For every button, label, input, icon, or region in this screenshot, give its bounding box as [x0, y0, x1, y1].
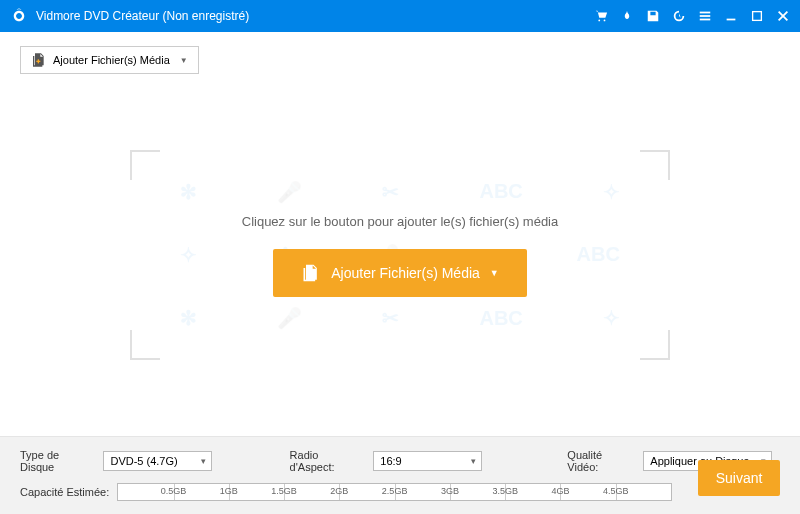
footer-capacity-row: Capacité Estimée: 0.5GB1GB1.5GB2GB2.5GB3…: [20, 483, 780, 501]
file-add-icon: [301, 263, 321, 283]
svg-rect-4: [700, 19, 711, 21]
disc-type-select[interactable]: DVD-5 (4.7G): [103, 451, 212, 471]
next-button[interactable]: Suivant: [698, 460, 780, 496]
capacity-tick-label: 2.5GB: [382, 486, 408, 496]
dropzone[interactable]: ✻🎤✂ABC✧ ✧✻🎤✂ABC ✻🎤✂ABC✧ Cliquez sur le b…: [130, 150, 670, 360]
svg-point-1: [604, 20, 606, 22]
main-area: ✻🎤✂ABC✧ ✧✻🎤✂ABC ✻🎤✂ABC✧ Cliquez sur le b…: [0, 80, 800, 430]
close-icon[interactable]: [776, 9, 790, 23]
svg-point-0: [598, 20, 600, 22]
maximize-icon[interactable]: [750, 9, 764, 23]
capacity-label: Capacité Estimée:: [20, 486, 109, 498]
svg-rect-3: [700, 15, 711, 17]
add-files-button[interactable]: Ajouter Fichier(s) Média ▼: [20, 46, 199, 74]
aspect-label: Radio d'Aspect:: [290, 449, 366, 473]
corner-decoration: [640, 150, 670, 180]
capacity-tick-label: 1GB: [220, 486, 238, 496]
app-title: Vidmore DVD Créateur (Non enregistré): [36, 9, 594, 23]
capacity-tick-label: 3GB: [441, 486, 459, 496]
app-logo-icon: [10, 7, 28, 25]
cart-icon[interactable]: [594, 9, 608, 23]
capacity-tick-label: 4.5GB: [603, 486, 629, 496]
corner-decoration: [130, 330, 160, 360]
aspect-select[interactable]: 16:9: [373, 451, 482, 471]
chevron-down-icon: ▼: [490, 268, 499, 278]
dropzone-hint: Cliquez sur le bouton pour ajouter le(s)…: [242, 214, 558, 229]
capacity-tick-label: 4GB: [551, 486, 569, 496]
add-files-big-button[interactable]: Ajouter Fichier(s) Média ▼: [273, 249, 527, 297]
history-icon[interactable]: [672, 9, 686, 23]
add-files-big-label: Ajouter Fichier(s) Média: [331, 265, 480, 281]
add-files-label: Ajouter Fichier(s) Média: [53, 54, 170, 66]
capacity-bar: 0.5GB1GB1.5GB2GB2.5GB3GB3.5GB4GB4.5GB: [117, 483, 672, 501]
titlebar-controls: [594, 9, 790, 23]
disc-type-label: Type de Disque: [20, 449, 95, 473]
titlebar: Vidmore DVD Créateur (Non enregistré): [0, 0, 800, 32]
corner-decoration: [130, 150, 160, 180]
svg-rect-10: [36, 61, 40, 62]
save-icon[interactable]: [646, 9, 660, 23]
menu-icon[interactable]: [698, 9, 712, 23]
svg-rect-12: [308, 273, 313, 275]
footer: Type de Disque DVD-5 (4.7G) Radio d'Aspe…: [0, 436, 800, 514]
quality-label: Qualité Vidéo:: [567, 449, 635, 473]
chevron-down-icon: ▼: [180, 56, 188, 65]
corner-decoration: [640, 330, 670, 360]
svg-rect-6: [753, 12, 762, 21]
file-add-icon: [31, 52, 47, 68]
capacity-tick-label: 1.5GB: [271, 486, 297, 496]
toolbar: Ajouter Fichier(s) Média ▼: [0, 32, 800, 80]
minimize-icon[interactable]: [724, 9, 738, 23]
capacity-tick-label: 3.5GB: [492, 486, 518, 496]
capacity-tick-label: 2GB: [330, 486, 348, 496]
svg-rect-2: [700, 12, 711, 14]
burn-icon[interactable]: [620, 9, 634, 23]
footer-options-row: Type de Disque DVD-5 (4.7G) Radio d'Aspe…: [20, 449, 780, 473]
capacity-tick-label: 0.5GB: [161, 486, 187, 496]
